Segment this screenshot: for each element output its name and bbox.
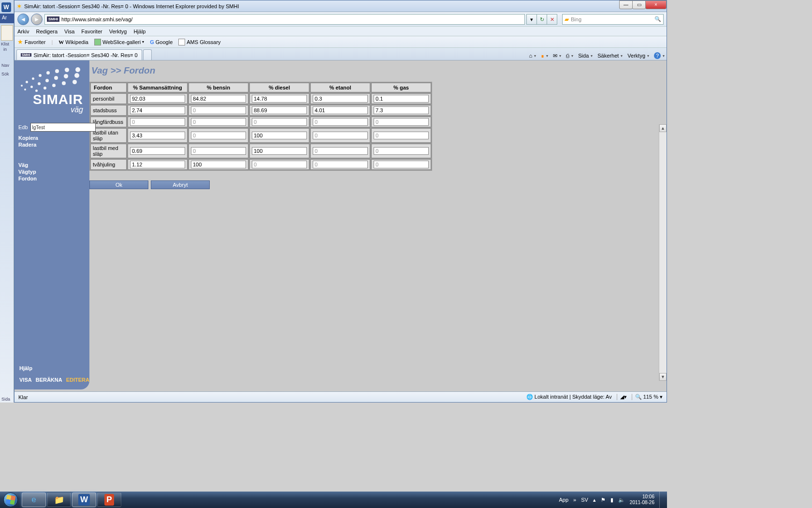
cancel-button[interactable]: Avbryt [151, 180, 210, 189]
cell-input[interactable] [130, 106, 185, 114]
cell-input[interactable] [313, 132, 368, 139]
cell-input[interactable] [313, 118, 368, 126]
tray-app[interactable]: App [559, 497, 568, 503]
mail-button[interactable]: ✉ [553, 53, 561, 59]
safety-menu[interactable]: Säkerhet [597, 53, 623, 59]
taskbar-ie[interactable]: e [22, 493, 46, 507]
mode-berakna[interactable]: BERÄKNA [36, 377, 62, 383]
sidebar-kopiera[interactable]: Kopiera [18, 134, 86, 141]
refresh-button[interactable]: ↻ [536, 14, 547, 25]
cell-input[interactable] [374, 161, 429, 168]
show-desktop-button[interactable] [659, 492, 663, 508]
cell-input[interactable] [374, 147, 429, 155]
tray-show-hidden-icon[interactable]: ▴ [593, 497, 596, 503]
page-menu[interactable]: Sida [578, 53, 593, 59]
cell-input[interactable] [374, 132, 429, 139]
cell-input[interactable] [130, 132, 185, 139]
dropdown-addr-button[interactable]: ▾ [526, 14, 537, 25]
favbar-webslice[interactable]: WebSlice-galleri▾ [94, 39, 144, 45]
cell-input[interactable] [313, 147, 368, 155]
favbar-wikipedia[interactable]: WWikipedia [58, 39, 88, 45]
zoom-control[interactable]: 🔍 115 % ▾ [632, 394, 663, 400]
sidebar-radera[interactable]: Radera [18, 141, 86, 148]
protected-mode-dropdown[interactable]: ◢▾ [617, 394, 627, 400]
cell-input[interactable] [191, 106, 246, 114]
mode-visa[interactable]: VISA [19, 377, 32, 383]
ok-button[interactable]: Ok [89, 180, 148, 189]
new-tab-button[interactable] [143, 49, 152, 60]
print-button[interactable]: ⎙ [566, 53, 573, 59]
menu-redigera[interactable]: Redigera [36, 29, 58, 34]
scroll-up-icon[interactable]: ▲ [659, 124, 667, 132]
cell-input[interactable] [191, 95, 246, 103]
minimize-button[interactable]: — [619, 0, 633, 9]
cell-input[interactable] [191, 132, 246, 139]
cell-input[interactable] [252, 95, 307, 103]
menu-arkiv[interactable]: Arkiv [17, 29, 29, 34]
sida-label: Sida [1, 397, 10, 402]
cell-input[interactable] [191, 161, 246, 168]
sidebar-help[interactable]: Hjälp [19, 365, 32, 371]
feeds-button[interactable]: ∎ [541, 53, 548, 59]
taskbar-powerpoint[interactable]: P [97, 493, 121, 507]
sidebar-fordon[interactable]: Fordon [18, 175, 86, 182]
cell-input[interactable] [130, 95, 185, 103]
home-button[interactable]: ⌂ [529, 53, 536, 59]
favbar-google[interactable]: GGoogle [150, 39, 173, 45]
page-viewport: SIMAIR väg Edb Kopiera Radera Väg Vägtyp… [14, 60, 667, 391]
cell-input[interactable] [313, 95, 368, 103]
maximize-button[interactable]: ▭ [632, 0, 646, 9]
tray-flag-icon[interactable]: ⚑ [601, 497, 606, 503]
cell-input[interactable] [313, 161, 368, 168]
cell [188, 105, 248, 116]
menu-visa[interactable]: Visa [64, 29, 74, 34]
forward-button[interactable]: ► [31, 14, 43, 25]
search-box[interactable]: ▰ Bing 🔍 [562, 14, 664, 25]
taskbar-explorer[interactable]: 📁 [47, 493, 71, 507]
cell-input[interactable] [252, 106, 307, 114]
cell-input[interactable] [374, 118, 429, 126]
cell-input[interactable] [252, 118, 307, 126]
mode-editera[interactable]: EDITERA [66, 377, 89, 383]
back-button[interactable]: ◄ [17, 14, 29, 25]
cell-input[interactable] [313, 106, 368, 114]
sidebar-vag[interactable]: Väg [18, 162, 86, 168]
tools-menu[interactable]: Verktyg [627, 53, 649, 59]
cell-input[interactable] [191, 147, 246, 155]
cell-input[interactable] [374, 95, 429, 103]
stop-button[interactable]: ✕ [547, 14, 557, 25]
cell-input[interactable] [374, 106, 429, 114]
favorites-button[interactable]: ★Favoriter [17, 38, 45, 45]
tray-network-icon[interactable]: ▮ [610, 497, 613, 503]
cell [371, 128, 431, 143]
cell-input[interactable] [130, 118, 185, 126]
edb-select[interactable] [30, 123, 96, 132]
taskbar-word[interactable]: W [72, 493, 96, 507]
vertical-scrollbar[interactable]: ▲ ▼ [659, 124, 667, 381]
windows-orb-icon [3, 493, 18, 507]
address-bar[interactable]: SMHI http://www.simair.smhi.se/vag/ [44, 14, 525, 25]
favorites-bar: ★Favoriter | WWikipedia WebSlice-galleri… [14, 36, 667, 48]
tray-lang[interactable]: SV [581, 497, 588, 503]
menu-favoriter[interactable]: Favoriter [81, 29, 102, 34]
cell-input[interactable] [252, 132, 307, 139]
tray-volume-icon[interactable]: 🔈 [618, 497, 625, 503]
start-button[interactable] [0, 492, 21, 508]
favbar-ams[interactable]: AMS Glossary [178, 39, 220, 45]
tray-chevrons-icon[interactable]: » [573, 497, 576, 503]
help-button[interactable]: ? [654, 52, 665, 59]
cell-input[interactable] [130, 147, 185, 155]
cell-input[interactable] [191, 118, 246, 126]
sok-label: Sök [1, 72, 9, 76]
menu-hjalp[interactable]: Hjälp [133, 29, 145, 34]
cell-input[interactable] [252, 147, 307, 155]
cell-input[interactable] [252, 161, 307, 168]
sidebar-vagtyp[interactable]: Vägtyp [18, 168, 86, 175]
close-button[interactable]: × [645, 0, 667, 9]
search-go-icon[interactable]: 🔍 [654, 16, 661, 22]
cell-input[interactable] [130, 161, 185, 168]
tray-clock[interactable]: 10:06 2011-08-26 [630, 494, 654, 506]
browser-tab[interactable]: SMHI SimAir: tatort -Session= Ses340 -Nr… [16, 49, 142, 60]
menu-verktyg[interactable]: Verktyg [109, 29, 127, 34]
scroll-down-icon[interactable]: ▼ [659, 373, 667, 381]
